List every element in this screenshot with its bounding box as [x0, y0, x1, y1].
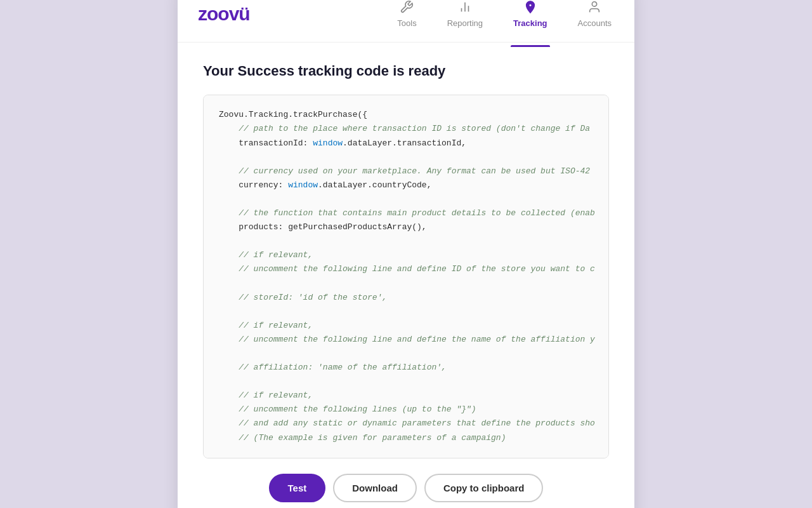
nav-item-tools[interactable]: Tools — [395, 0, 419, 33]
accounts-icon — [587, 0, 601, 16]
main-content: Your Success tracking code is ready Zoov… — [178, 43, 634, 508]
reporting-label: Reporting — [447, 18, 483, 28]
svg-point-3 — [593, 2, 597, 6]
main-nav: Tools Reporting — [395, 0, 614, 33]
tools-icon — [400, 0, 414, 16]
logo-text: zoovü — [198, 3, 250, 25]
tracking-icon — [523, 0, 537, 16]
code-container: Zoovu.Tracking.trackPurchase({ // path t… — [203, 95, 609, 458]
code-scroll[interactable]: Zoovu.Tracking.trackPurchase({ // path t… — [204, 95, 608, 457]
nav-item-accounts[interactable]: Accounts — [575, 0, 614, 33]
nav-item-reporting[interactable]: Reporting — [445, 0, 485, 33]
footer-buttons: Test Download Copy to clipboard — [203, 458, 609, 508]
page-title: Your Success tracking code is ready — [203, 63, 609, 79]
copy-to-clipboard-button[interactable]: Copy to clipboard — [424, 474, 544, 502]
test-button[interactable]: Test — [269, 474, 326, 502]
download-button[interactable]: Download — [333, 474, 417, 502]
tools-label: Tools — [397, 18, 416, 28]
reporting-icon — [458, 0, 472, 16]
app-container: zoovü Tools — [178, 0, 634, 508]
tracking-label: Tracking — [513, 18, 547, 28]
code-block: Zoovu.Tracking.trackPurchase({ // path t… — [219, 108, 593, 444]
logo: zoovü — [198, 3, 250, 25]
accounts-label: Accounts — [578, 18, 612, 28]
header: zoovü Tools — [178, 0, 634, 43]
nav-item-tracking[interactable]: Tracking — [511, 0, 549, 33]
